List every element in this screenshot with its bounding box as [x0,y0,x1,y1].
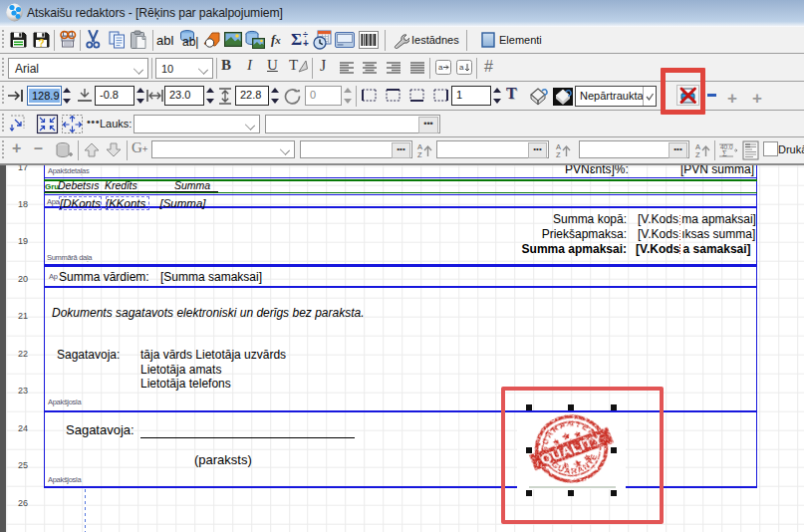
svg-text:Z: Z [556,150,561,159]
svg-text:Z: Z [417,150,422,159]
svg-text:a: a [438,63,443,72]
svg-text:Z: Z [695,150,700,159]
svg-text:?: ? [38,38,44,48]
svg-text:Σ: Σ [722,149,727,158]
svg-text:a: a [459,63,464,72]
